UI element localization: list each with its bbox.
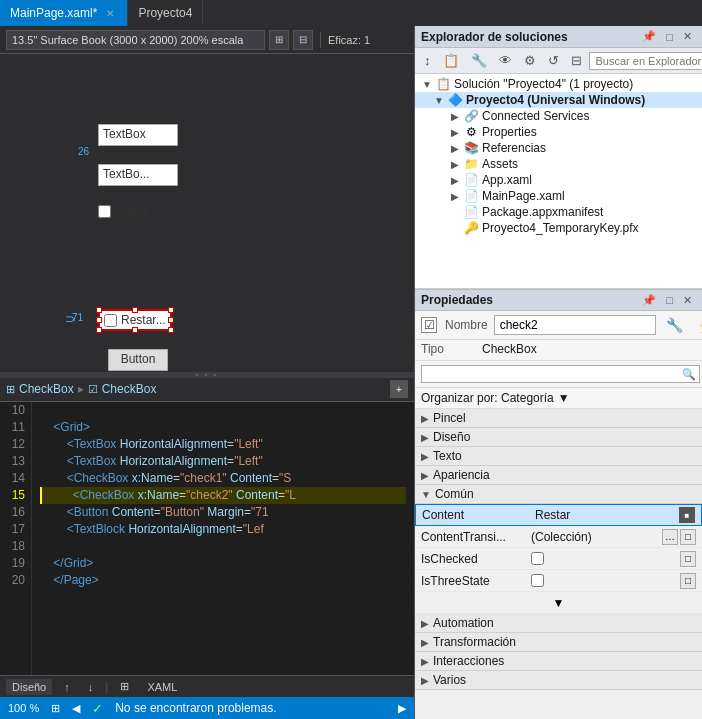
se-expand-appxaml[interactable]: ▶ [447, 175, 463, 186]
se-filter-btn[interactable]: ⚙ [519, 50, 541, 71]
grid-btn[interactable]: ⊞ [51, 702, 60, 715]
maximize-btn[interactable]: □ [662, 29, 677, 44]
se-item-solution[interactable]: ▼ 📋 Solución "Proyecto4" (1 proyecto) [415, 76, 702, 92]
ctrl-checkbox-sumar[interactable]: Sumar... [98, 204, 160, 218]
se-new-solution-btn[interactable]: 📋 [438, 50, 464, 71]
prop-section-automation-header[interactable]: ▶ Automation [415, 614, 702, 633]
down-arrow-btn[interactable]: ↓ [82, 679, 100, 695]
prop-section-interacciones-header[interactable]: ▶ Interacciones [415, 652, 702, 671]
texto-label: Texto [433, 449, 462, 463]
handle-bl[interactable] [96, 327, 102, 333]
handle-tl[interactable] [96, 307, 102, 313]
scale-dropdown[interactable]: 13.5" Surface Book (3000 x 2000) 200% es… [6, 30, 265, 50]
prop-ischecked-checkbox[interactable] [531, 552, 544, 565]
se-properties-btn[interactable]: 🔧 [466, 50, 492, 71]
prop-row-isthreestate[interactable]: IsThreeState □ [415, 570, 702, 592]
se-refresh-btn[interactable]: ↺ [543, 50, 564, 71]
prop-row-content[interactable]: Content ■ [415, 504, 702, 526]
se-expand-props[interactable]: ▶ [447, 127, 463, 138]
se-show-all-btn[interactable]: 👁 [494, 50, 517, 71]
pin-btn[interactable]: 📌 [638, 29, 660, 44]
se-collapse-btn[interactable]: ⊟ [566, 50, 587, 71]
se-item-properties[interactable]: ▶ ⚙ Properties [415, 124, 702, 140]
layout-btn-1[interactable]: ⊞ [269, 30, 289, 50]
prop-row-ischecked[interactable]: IsChecked □ [415, 548, 702, 570]
tab-proyecto4[interactable]: Proyecto4 [128, 0, 203, 26]
prop-section-diseno-header[interactable]: ▶ Diseño [415, 428, 702, 447]
code-content[interactable]: <Grid> <TextBox HorizontalAlignment="Lef… [32, 402, 414, 676]
ctrl-checkbox-sumar-input[interactable] [98, 205, 111, 218]
se-expand-ref[interactable]: ▶ [447, 143, 463, 154]
prop-wrench-btn[interactable]: 🔧 [662, 315, 687, 335]
prop-section-automation: ▶ Automation [415, 614, 702, 633]
prop-event-btn[interactable]: ⚡ [693, 315, 702, 335]
handle-br[interactable] [168, 327, 174, 333]
handle-tr[interactable] [168, 307, 174, 313]
prop-isthreestate-reset-btn[interactable]: □ [680, 573, 696, 589]
prop-row-contenttransi[interactable]: ContentTransi... (Colección) … □ [415, 526, 702, 548]
prop-search-input[interactable] [421, 365, 700, 383]
se-expand-proyecto4[interactable]: ▼ [431, 95, 447, 106]
se-sync-btn[interactable]: ↕ [419, 50, 436, 71]
ctrl-button[interactable]: Button [108, 349, 168, 371]
handle-ml[interactable] [96, 317, 102, 323]
se-item-referencias[interactable]: ▶ 📚 Referencias [415, 140, 702, 156]
prop-content-btn[interactable]: ■ [679, 507, 695, 523]
se-item-mainpage[interactable]: ▶ 📄 MainPage.xaml [415, 188, 702, 204]
design-mode-btn[interactable]: Diseño [6, 679, 52, 695]
prop-section-comun-header[interactable]: ▼ Común [415, 485, 702, 504]
prop-pin-btn[interactable]: 📌 [638, 293, 660, 308]
prop-organize[interactable]: Organizar por: Categoría ▼ [415, 388, 702, 409]
up-arrow-btn[interactable]: ↑ [58, 679, 76, 695]
code-line-10 [40, 402, 406, 419]
tab-mainpage[interactable]: MainPage.xaml* ✕ [0, 0, 128, 26]
xaml-mode-btn[interactable]: XAML [141, 679, 183, 695]
designer-canvas[interactable]: 26 ⊃ 71 TextBox TextBo... Sumar... [0, 54, 414, 372]
se-expand-assets[interactable]: ▶ [447, 159, 463, 170]
layout-btn-2[interactable]: ⊟ [293, 30, 313, 50]
prop-ischecked-reset-btn[interactable]: □ [680, 551, 696, 567]
prop-section-texto-header[interactable]: ▶ Texto [415, 447, 702, 466]
se-item-package[interactable]: 📄 Package.appxmanifest [415, 204, 702, 220]
zoom-btn[interactable]: 100 % [8, 702, 39, 714]
ctrl-checkbox-restar-input[interactable] [104, 314, 117, 327]
tab-mainpage-close[interactable]: ✕ [103, 7, 117, 20]
anchor-value: 71 [72, 312, 83, 323]
se-expand-cs[interactable]: ▶ [447, 111, 463, 122]
prop-section-varios-header[interactable]: ▶ Varios [415, 671, 702, 690]
prop-close-btn[interactable]: ✕ [679, 293, 696, 308]
breadcrumb-left[interactable]: ⊞ CheckBox [6, 382, 74, 396]
se-item-assets[interactable]: ▶ 📁 Assets [415, 156, 702, 172]
ctrl-textbox-2[interactable]: TextBo... [98, 164, 178, 186]
prop-name-input[interactable] [494, 315, 656, 335]
prop-isthreestate-checkbox[interactable] [531, 574, 544, 587]
breadcrumb-right[interactable]: ☑ CheckBox [88, 382, 157, 396]
prop-contenttransi-reset-btn[interactable]: □ [680, 529, 696, 545]
designer-toolbar: 13.5" Surface Book (3000 x 2000) 200% es… [0, 26, 414, 54]
se-item-appxaml[interactable]: ▶ 📄 App.xaml [415, 172, 702, 188]
ctrl-checkbox-restar[interactable]: Restar... [98, 309, 172, 331]
se-search-input[interactable] [589, 52, 703, 70]
handle-bc[interactable] [132, 327, 138, 333]
se-expand-solution[interactable]: ▼ [419, 79, 435, 90]
automation-label: Automation [433, 616, 494, 630]
se-item-tempkey[interactable]: 🔑 Proyecto4_TemporaryKey.pfx [415, 220, 702, 236]
se-expand-mainpage[interactable]: ▶ [447, 191, 463, 202]
prop-section-pincel-header[interactable]: ▶ Pincel [415, 409, 702, 428]
prop-section-apariencia-header[interactable]: ▶ Apariencia [415, 466, 702, 485]
close-se-btn[interactable]: ✕ [679, 29, 696, 44]
code-add-btn[interactable]: + [390, 380, 408, 398]
prop-content-input[interactable] [532, 507, 677, 523]
ctrl-textbox-1[interactable]: TextBox [98, 124, 178, 146]
handle-mr[interactable] [168, 317, 174, 323]
handle-tc[interactable] [132, 307, 138, 313]
scroll-right-btn[interactable]: ▶ [398, 702, 406, 715]
se-item-proyecto4[interactable]: ▼ 🔷 Proyecto4 (Universal Windows) [415, 92, 702, 108]
prop-row-expand-more[interactable]: ▼ [415, 592, 702, 614]
scroll-left-btn[interactable]: ◀ [72, 702, 80, 715]
prop-key-isthreestate: IsThreeState [421, 574, 531, 588]
prop-section-transformacion-header[interactable]: ▶ Transformación [415, 633, 702, 652]
se-item-connected-services[interactable]: ▶ 🔗 Connected Services [415, 108, 702, 124]
prop-contenttransi-btn[interactable]: … [662, 529, 678, 545]
prop-max-btn[interactable]: □ [662, 293, 677, 308]
